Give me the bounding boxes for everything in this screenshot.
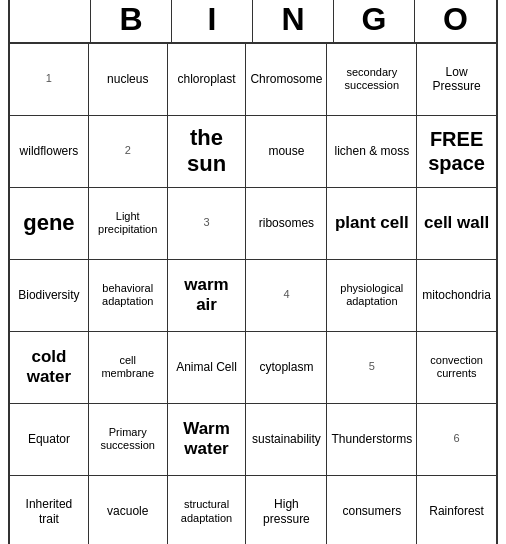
cell-r4c2[interactable]: Primary succession [89, 404, 168, 476]
cell-r4c1[interactable]: Equator [10, 404, 89, 476]
cell-r3c4[interactable]: Animal Cell [168, 332, 247, 404]
cell-r0c2[interactable]: Chromosome [246, 44, 327, 116]
row-label-0: 1 [10, 44, 89, 116]
cell-r1c3[interactable]: FREE space [417, 116, 496, 188]
cell-r5c1[interactable]: vacuole [89, 476, 168, 545]
cell-r1c5[interactable]: Light precipitation [89, 188, 168, 260]
bingo-card: B I N G O 1nucleuschloroplastChromosomes… [8, 0, 498, 544]
cell-r1c0[interactable]: the sun [168, 116, 247, 188]
cell-r2c0[interactable]: ribosomes [246, 188, 327, 260]
cell-r2c4[interactable]: behavioral adaptation [89, 260, 168, 332]
cell-r4c3[interactable]: Warm water [168, 404, 247, 476]
cell-r3c2[interactable]: cold water [10, 332, 89, 404]
header-g: G [334, 0, 415, 42]
cell-r3c5[interactable]: cytoplasm [246, 332, 327, 404]
cell-r1c4[interactable]: gene [10, 188, 89, 260]
cell-r3c1[interactable]: mitochondria [417, 260, 496, 332]
header-spacer [10, 0, 91, 42]
header-n: N [253, 0, 334, 42]
cell-r1c1[interactable]: mouse [246, 116, 327, 188]
cell-r4c4[interactable]: sustainability [246, 404, 327, 476]
cell-r0c0[interactable]: nucleus [89, 44, 168, 116]
row-label-2: 3 [168, 188, 247, 260]
cell-r0c4[interactable]: Low Pressure [417, 44, 496, 116]
cell-r2c2[interactable]: cell wall [417, 188, 496, 260]
row-label-5: 6 [417, 404, 496, 476]
cell-r5c5[interactable]: Rainforest [417, 476, 496, 545]
cell-r4c5[interactable]: Thunderstorms [327, 404, 417, 476]
cell-r1c2[interactable]: lichen & moss [327, 116, 417, 188]
cell-r3c3[interactable]: cell membrane [89, 332, 168, 404]
cell-r2c1[interactable]: plant cell [327, 188, 417, 260]
cell-r5c0[interactable]: Inherited trait [10, 476, 89, 545]
cell-r4c0[interactable]: convection currents [417, 332, 496, 404]
row-label-1: 2 [89, 116, 168, 188]
row-label-4: 5 [327, 332, 417, 404]
cell-r0c1[interactable]: chloroplast [168, 44, 247, 116]
header-o: O [415, 0, 496, 42]
cell-r5c3[interactable]: High pressure [246, 476, 327, 545]
bingo-header: B I N G O [10, 0, 496, 44]
cell-r5c2[interactable]: structural adaptation [168, 476, 247, 545]
header-i: I [172, 0, 253, 42]
header-b: B [91, 0, 172, 42]
cell-r0c3[interactable]: secondary succession [327, 44, 417, 116]
cell-r0c5[interactable]: wildflowers [10, 116, 89, 188]
bingo-grid: 1nucleuschloroplastChromosomesecondary s… [10, 44, 496, 545]
cell-r3c0[interactable]: physiological adaptation [327, 260, 417, 332]
cell-r2c5[interactable]: warm air [168, 260, 247, 332]
row-label-3: 4 [246, 260, 327, 332]
cell-r2c3[interactable]: Biodiversity [10, 260, 89, 332]
cell-r5c4[interactable]: consumers [327, 476, 417, 545]
